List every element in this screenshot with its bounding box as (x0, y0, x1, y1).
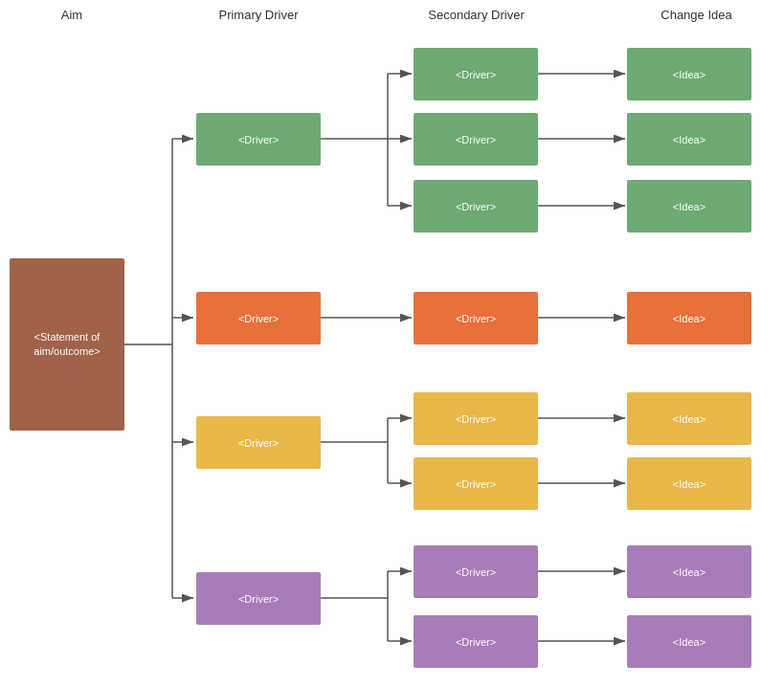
secondary-driver-1: <Driver> (414, 48, 538, 100)
header-change-idea: Change Idea (622, 8, 771, 22)
change-idea-8: <Idea> (627, 615, 751, 668)
change-idea-3: <Idea> (627, 180, 751, 233)
primary-driver-1: <Driver> (196, 113, 321, 166)
header-secondary-driver: Secondary Driver (402, 8, 550, 22)
change-idea-1: <Idea> (627, 48, 751, 100)
change-idea-4: <Idea> (627, 292, 751, 344)
header-primary-driver: Primary Driver (191, 8, 325, 22)
change-idea-5: <Idea> (627, 392, 751, 445)
secondary-driver-3: <Driver> (414, 180, 538, 233)
secondary-driver-4: <Driver> (414, 292, 538, 344)
secondary-driver-6: <Driver> (414, 457, 538, 510)
diagram-container: Aim Primary Driver Secondary Driver Chan… (0, 0, 784, 687)
primary-driver-3: <Driver> (196, 416, 321, 469)
change-idea-2: <Idea> (627, 113, 751, 166)
secondary-driver-8: <Driver> (414, 615, 538, 668)
change-idea-7: <Idea> (627, 545, 751, 598)
primary-driver-2: <Driver> (196, 292, 321, 344)
secondary-driver-2: <Driver> (414, 113, 538, 166)
header-aim: Aim (34, 8, 110, 22)
primary-driver-4: <Driver> (196, 572, 321, 625)
secondary-driver-5: <Driver> (414, 392, 538, 445)
change-idea-6: <Idea> (627, 457, 751, 510)
aim-box: <Statement of aim/outcome> (10, 258, 124, 431)
secondary-driver-7: <Driver> (414, 545, 538, 598)
